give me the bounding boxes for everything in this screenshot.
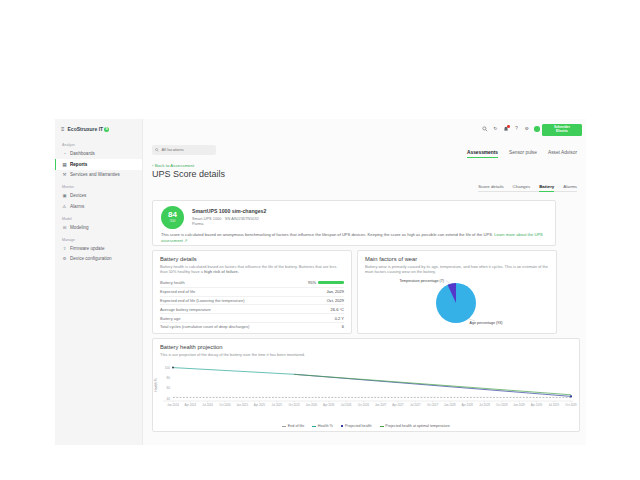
svg-text:Jan 2028: Jan 2028 (444, 403, 456, 407)
sidebar-item-dashboards[interactable]: ◔ Dashboards (55, 149, 142, 160)
subtab-alarms[interactable]: Alarms (563, 184, 577, 189)
firmware-update-icon: ⇧ (62, 246, 67, 251)
row-label: Battery age (160, 316, 180, 321)
legend-label: Projected health (345, 424, 372, 428)
row-label: Expected end of life (160, 289, 195, 294)
svg-text:Jul 2027: Jul 2027 (410, 403, 421, 407)
location-search-input[interactable]: All locations (152, 145, 216, 155)
battery-details-rows: Battery health 95% Expected end of life … (160, 278, 344, 331)
sidebar-item-label: Firmware update (70, 246, 104, 251)
row-value: 26.6 °C (331, 307, 344, 312)
row-label: Expected end of life (Lowering the tempe… (160, 298, 245, 303)
legend-projected-health[interactable]: Projected health (341, 424, 372, 428)
settings-gear-icon[interactable]: ⚙ (524, 126, 530, 132)
refresh-icon[interactable]: ↻ (492, 126, 498, 132)
page-title: UPS Score details (152, 169, 225, 179)
svg-text:Jan 2029: Jan 2029 (513, 403, 525, 407)
sidebar-item-reports[interactable]: ▤ Reports (55, 159, 142, 170)
notifications-bell-icon[interactable] (503, 126, 509, 132)
legend-projected-optimal[interactable]: Projected health at optimal temperature (380, 424, 450, 428)
sidebar-item-alarms[interactable]: ⚠ Alarms (55, 201, 142, 212)
sidebar-item-label: Modeling (70, 225, 89, 230)
table-row: Total cycles (cumulative count of deep d… (160, 322, 344, 331)
search-icon[interactable] (482, 126, 488, 132)
svg-text:Oct 2026: Oct 2026 (358, 403, 370, 407)
pie-label-age: Age percentage (93) (470, 321, 503, 325)
tab-asset-advisor[interactable]: Asset Advisor (548, 150, 577, 158)
battery-desc-text: Battery health is calculated based on fa… (160, 264, 336, 274)
topbar-icons: ↻ ? ⚙ (482, 126, 540, 132)
svg-text:Apr 2029: Apr 2029 (531, 403, 543, 407)
row-label: Total cycles (cumulative count of deep d… (160, 324, 249, 329)
device-configuration-icon: ⚙ (62, 256, 67, 261)
search-icon (155, 148, 159, 152)
sidebar-item-label: Devices (70, 193, 86, 198)
sidebar-item-device-configuration[interactable]: ⚙ Device configuration (55, 254, 142, 265)
battery-details-card: Battery details Battery health is calcul… (152, 250, 352, 334)
location-search-placeholder: All locations (162, 147, 184, 152)
back-to-assessment-link[interactable]: ‹ Back to Assessment (152, 163, 194, 168)
vendor-line2: Electric (556, 130, 568, 134)
projection-line-chart[interactable]: 406080100Jan 2024Apr 2024Jul 2024Oct 202… (161, 361, 575, 413)
pie-label-temperature: Temperature percentage (7) (399, 279, 444, 283)
table-row: Expected end of life Jan, 2029 (160, 287, 344, 296)
svg-text:Oct 2025: Oct 2025 (288, 403, 300, 407)
sidebar-item-devices[interactable]: ▣ Devices (55, 191, 142, 202)
pie-leader-line (446, 281, 451, 285)
svg-text:Oct 2024: Oct 2024 (219, 403, 231, 407)
nav-group-manage: Manage (62, 238, 142, 242)
alarms-icon: ⚠ (62, 204, 67, 209)
sidebar-item-modeling[interactable]: ⊞ Modeling (55, 222, 142, 233)
battery-health-projection-card: Battery health projection This is our pr… (152, 338, 580, 432)
svg-text:Apr 2025: Apr 2025 (254, 403, 266, 407)
battery-details-title: Battery details (160, 256, 197, 262)
brand-name: EcoStruxure IT S (68, 126, 110, 132)
legend-swatch (380, 426, 384, 427)
device-model-serial: Smart-UPS 1000 · SN AS0236TN5032 (192, 216, 259, 221)
y-axis-label: Health % (154, 378, 158, 391)
svg-text:Jul 2028: Jul 2028 (479, 403, 490, 407)
svg-text:40: 40 (167, 397, 171, 401)
sidebar-item-services-warranties[interactable]: ⚒ Services and Warranties (55, 170, 142, 181)
legend-label: Health % (318, 424, 333, 428)
row-value: 95% (308, 280, 344, 285)
svg-text:Jul 2026: Jul 2026 (341, 403, 352, 407)
score-description-text: This score is calculated based on anonym… (161, 232, 494, 237)
subtab-score-details[interactable]: Score details (478, 184, 503, 189)
nav-group-analyze: Analyze (62, 143, 142, 147)
legend-end-of-life[interactable]: End of life (282, 424, 304, 428)
services-warranties-icon: ⚒ (62, 172, 67, 177)
subtab-battery[interactable]: Battery (539, 184, 554, 189)
hamburger-menu-icon[interactable]: ≡ (61, 126, 65, 132)
svg-text:Oct 2029: Oct 2029 (565, 403, 577, 407)
svg-text:Apr 2024: Apr 2024 (185, 403, 197, 407)
detail-subtabs: Score details Changes Battery Alarms (478, 184, 577, 192)
tab-assessments[interactable]: Assessments (467, 150, 498, 158)
device-name: SmartUPS 1000 sim-changes2 (192, 208, 266, 214)
score-description: This score is calculated based on anonym… (161, 232, 547, 243)
notification-badge (507, 125, 510, 128)
help-icon[interactable]: ? (513, 126, 519, 132)
sidebar-item-firmware-update[interactable]: ⇧ Firmware update (55, 243, 142, 254)
ecostruxure-orb-icon: S (104, 127, 109, 132)
brand-logo: ≡ EcoStruxure IT S (55, 119, 142, 138)
schneider-electric-logo[interactable]: Schneider Electric (542, 124, 582, 136)
tab-sensor-pulse[interactable]: Sensor pulse (509, 150, 537, 158)
user-avatar[interactable] (534, 126, 540, 132)
legend-label: End of life (288, 424, 304, 428)
dashboards-icon: ◔ (62, 151, 67, 156)
svg-text:Apr 2026: Apr 2026 (323, 403, 335, 407)
row-value: Jan, 2029 (326, 289, 344, 294)
svg-text:Apr 2028: Apr 2028 (461, 403, 473, 407)
svg-text:Apr 2027: Apr 2027 (392, 403, 404, 407)
svg-text:Jul 2024: Jul 2024 (202, 403, 213, 407)
subtab-changes[interactable]: Changes (513, 184, 531, 189)
sidebar-item-label: Alarms (70, 204, 84, 209)
score-value: 84 (161, 211, 184, 219)
wear-pie-chart: Temperature percentage (7) Age percentag… (358, 251, 558, 335)
projection-title: Battery health projection (160, 344, 223, 350)
battery-details-description: Battery health is calculated based on fa… (160, 264, 344, 275)
legend-swatch (282, 426, 286, 427)
legend-health[interactable]: Health % (312, 424, 333, 428)
svg-text:Jan 2026: Jan 2026 (306, 403, 318, 407)
